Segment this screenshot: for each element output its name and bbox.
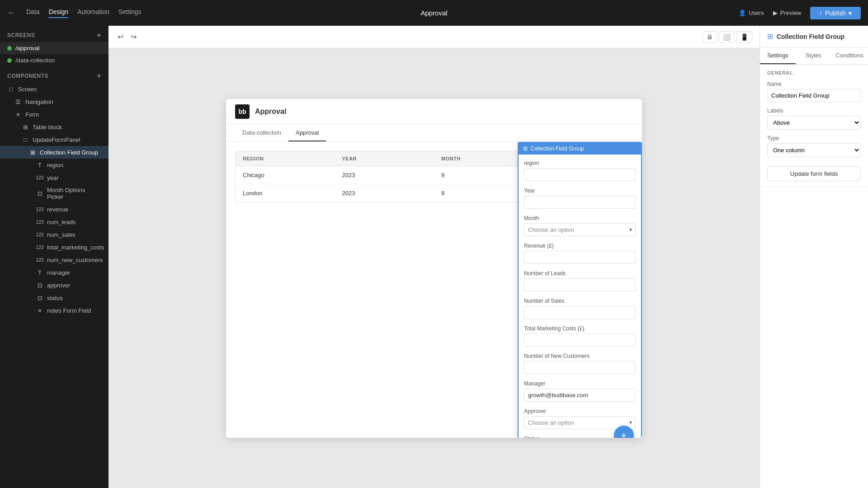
tablet-view-button[interactable]: ⬜	[719, 31, 735, 43]
desktop-view-button[interactable]: 🖥	[703, 31, 717, 43]
field-month-select[interactable]: Choose an option	[524, 223, 636, 236]
manager-icon: T	[36, 269, 43, 276]
sidebar-item-num-sales[interactable]: 123 num_sales	[0, 228, 108, 241]
panel-field-name: Name	[767, 81, 861, 102]
sidebar-item-total-marketing-costs[interactable]: 123 total_marketing_costs	[0, 241, 108, 253]
table-icon: ⊞	[22, 123, 29, 131]
panel-tabs: Settings Styles Conditions	[760, 47, 868, 65]
status-icon: ⊡	[36, 294, 43, 301]
sidebar-item-screen[interactable]: □ Screen	[0, 83, 108, 95]
sidebar-item-num-leads[interactable]: 123 num_leads	[0, 216, 108, 228]
nav-tab-automation[interactable]: Automation	[77, 8, 109, 18]
field-month: Month Choose an option ▾	[524, 215, 636, 236]
field-year: Year	[524, 188, 636, 209]
panel-field-type-label: Type	[767, 135, 861, 141]
update-form-fields-button[interactable]: Update form fields	[767, 166, 861, 181]
redo-button[interactable]: ↪	[129, 31, 138, 43]
cell-year-1: 2023	[335, 184, 434, 202]
field-num-new-customers: Number of New Customers	[524, 353, 636, 374]
overlay-collection-field-group: ⧉ 🗑 ↗ ⊞ Collection Field Group region	[518, 142, 642, 438]
year-icon: 123	[36, 174, 43, 181]
publish-icon: ↑	[819, 9, 822, 17]
back-button[interactable]: ←	[7, 8, 15, 18]
publish-button[interactable]: ↑ Publish ▾	[810, 7, 861, 19]
cell-region-1: London	[236, 184, 335, 202]
table-col-year: YEAR	[335, 151, 434, 166]
region-icon: T	[36, 161, 43, 169]
field-num-leads-input[interactable]	[524, 278, 636, 291]
preview-icon: ▶	[773, 9, 778, 16]
panel-title: Collection Field Group	[777, 33, 844, 40]
sidebar-item-navigation[interactable]: ☰ Navigation	[0, 95, 108, 108]
sidebar-item-form[interactable]: ≡ Form	[0, 108, 108, 121]
undo-button[interactable]: ↩	[116, 31, 125, 43]
field-num-sales-label: Number of Sales	[524, 298, 636, 304]
panel-section-title: GENERAL	[767, 70, 861, 75]
num-new-cust-icon: 123	[36, 256, 43, 263]
field-year-label: Year	[524, 188, 636, 194]
publish-chevron-icon: ▾	[849, 9, 852, 17]
panel-labels-select[interactable]: Above	[767, 116, 861, 130]
panel-field-name-label: Name	[767, 81, 861, 87]
right-panel-header: ⊞ Collection Field Group	[760, 26, 868, 47]
canvas-toolbar: ↩ ↪ 🖥 ⬜ 📱	[108, 26, 760, 48]
undo-redo-group: ↩ ↪	[116, 31, 138, 43]
field-revenue-label: Revenue (£)	[524, 243, 636, 249]
app-header: bb Approval	[226, 99, 642, 125]
add-component-button[interactable]: +	[97, 72, 101, 80]
users-icon: 👤	[739, 9, 746, 16]
preview-button[interactable]: ▶ Preview	[773, 9, 801, 16]
sidebar-item-status[interactable]: ⊡ status	[0, 291, 108, 304]
users-button[interactable]: 👤 Users	[739, 9, 764, 16]
panel-type-select[interactable]: One column	[767, 143, 861, 157]
update-form-icon: □	[22, 136, 29, 143]
panel-icon: ⊞	[767, 32, 773, 41]
sidebar-item-manager[interactable]: T manager	[0, 266, 108, 279]
nav-tab-settings[interactable]: Settings	[118, 8, 142, 18]
right-actions: 👤 Users ▶ Preview ↑ Publish ▾	[739, 7, 861, 19]
add-screen-button[interactable]: +	[97, 31, 101, 39]
field-num-new-cust-input[interactable]	[524, 361, 636, 374]
sidebar-item-notes-form-field[interactable]: ≡ notes Form Field	[0, 304, 108, 317]
sidebar-item-update-form-panel[interactable]: □ UpdateFormPanel	[0, 133, 108, 146]
field-revenue-input[interactable]	[524, 251, 636, 264]
table-col-region: REGION	[236, 151, 335, 166]
tab-conditions[interactable]: Conditions	[831, 47, 868, 64]
navigation-icon: ☰	[14, 98, 22, 105]
app-tab-approval[interactable]: Approval	[288, 125, 326, 141]
field-region-label: region	[524, 160, 636, 166]
sidebar-item-month-options-picker[interactable]: ⊡ Month Options Picker	[0, 184, 108, 203]
sidebar-item-data-collection[interactable]: /data-collection	[0, 54, 108, 66]
field-manager-input[interactable]: growth@budibase.com	[524, 389, 636, 402]
sidebar-item-year[interactable]: 123 year	[0, 171, 108, 184]
main-layout: Screens + /approval /data-collection Com…	[0, 26, 868, 488]
app-tab-data-collection[interactable]: Data-collection	[235, 125, 288, 141]
mobile-view-button[interactable]: 📱	[736, 31, 752, 43]
field-manager-label: Manager	[524, 380, 636, 387]
sidebar: Screens + /approval /data-collection Com…	[0, 26, 108, 488]
field-region-input[interactable]	[524, 168, 636, 181]
tab-settings[interactable]: Settings	[760, 47, 796, 64]
nav-tab-data[interactable]: Data	[26, 8, 40, 18]
sidebar-item-table-block[interactable]: ⊞ Table block	[0, 121, 108, 133]
sidebar-item-approval[interactable]: /approval	[0, 42, 108, 54]
sidebar-item-approver[interactable]: ⊡ approver	[0, 279, 108, 291]
field-manager: Manager growth@budibase.com	[524, 380, 636, 402]
view-buttons: 🖥 ⬜ 📱	[703, 31, 752, 43]
nav-tab-design[interactable]: Design	[49, 8, 69, 18]
tab-styles[interactable]: Styles	[796, 47, 831, 64]
app-title: Approval	[420, 9, 447, 17]
field-num-sales-input[interactable]	[524, 306, 636, 319]
field-total-mkt-input[interactable]	[524, 333, 636, 347]
num-leads-icon: 123	[36, 218, 43, 225]
field-approver: Approver Choose an option ▾	[524, 408, 636, 429]
sidebar-item-region[interactable]: T region	[0, 159, 108, 171]
canvas-area: ↩ ↪ 🖥 ⬜ 📱 bb Approval Data-collection Ap…	[108, 26, 760, 488]
total-mkt-icon: 123	[36, 244, 43, 251]
panel-name-input[interactable]	[767, 89, 861, 102]
field-year-input[interactable]	[524, 196, 636, 209]
sidebar-item-collection-field-group[interactable]: ⊞ Collection Field Group	[0, 146, 108, 159]
panel-general-section: GENERAL Name Labels Above Type One colum…	[760, 65, 868, 187]
sidebar-item-revenue[interactable]: 123 revenue	[0, 203, 108, 216]
sidebar-item-num-new-customers[interactable]: 123 num_new_customers	[0, 253, 108, 266]
